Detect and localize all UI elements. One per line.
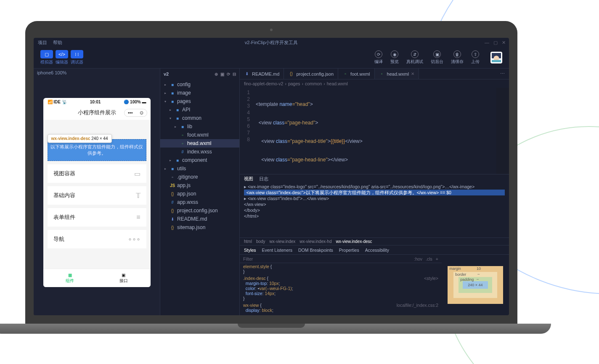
dom-tree[interactable]: ▸ <wx-image class="index-logo" src="../r… xyxy=(240,183,509,237)
tree-item[interactable]: ▸■utils xyxy=(160,164,239,173)
avatar[interactable] xyxy=(490,52,502,63)
upload-button[interactable]: ⇧上传 xyxy=(471,50,480,65)
collapse-all-icon[interactable]: ⊟ xyxy=(233,72,236,76)
list-item[interactable]: 导航∘∘∘ xyxy=(48,230,146,248)
inspector-size: 240 × 44 xyxy=(91,136,108,141)
remote-debug-button[interactable]: ⇵真机调试 xyxy=(406,50,423,65)
tree-item[interactable]: ▸■image xyxy=(160,89,239,97)
upload-icon: ⇧ xyxy=(472,50,479,58)
tab-event-listeners[interactable]: Event Listeners xyxy=(262,248,292,253)
minimap[interactable] xyxy=(496,88,509,174)
capsule-button[interactable]: ••• ⊙ xyxy=(124,109,147,117)
remote-icon: ⇵ xyxy=(411,50,419,58)
mode-simulator-button[interactable]: ▢ 模拟器 xyxy=(40,50,53,65)
tree-item[interactable]: #index.wxss xyxy=(160,148,239,156)
device-icon: ▢ xyxy=(40,50,53,58)
styles-filter-input[interactable]: Filter xyxy=(243,256,253,261)
breadcrumb-chain: html body wx-view.index wx-view.index-hd… xyxy=(240,237,509,245)
clear-cache-button[interactable]: 🗑清缓存 xyxy=(451,50,464,65)
new-rule-button[interactable]: + xyxy=(436,256,438,261)
phone-navbar: 小程序组件展示 ••• ⊙ xyxy=(43,106,151,120)
editor-tab[interactable]: ⬇README.md xyxy=(240,69,284,79)
phone-frame: 📶 IDE 📡 10:01 🔵 100% ▬ 小程序组件展示 ••• ⊙ xyxy=(43,98,151,287)
devtools-tab-wxml[interactable]: 视图 xyxy=(244,174,253,183)
editor-tab[interactable]: ▫foot.wxml xyxy=(338,69,374,79)
editor-tabs: ⬇README.md{}project.config.json▫foot.wxm… xyxy=(240,69,509,79)
webcam-dot xyxy=(270,29,273,31)
tab-accessibility[interactable]: Accessibility xyxy=(365,248,389,253)
tab-component[interactable]: ▦组件 xyxy=(43,269,97,287)
capsule-more-icon[interactable]: ••• xyxy=(125,109,136,116)
cls-toggle[interactable]: .cls xyxy=(426,256,432,261)
tree-item[interactable]: {}sitemap.json xyxy=(160,223,239,232)
tree-item[interactable]: ⬇README.md xyxy=(160,215,239,223)
close-tab-icon[interactable]: ✕ xyxy=(411,71,414,76)
menubar: 项目 帮助 v2-FinClip小程序开发工具 — ▢ ✕ xyxy=(34,38,509,47)
refresh-tree-icon[interactable]: ⟳ xyxy=(227,72,230,76)
tree-item[interactable]: {}app.json xyxy=(160,190,239,198)
simulator-device-label: iphone6 100% xyxy=(34,69,160,77)
tree-item[interactable]: JSapp.js xyxy=(160,181,239,190)
tree-item[interactable]: ▫head.wxml xyxy=(160,139,239,148)
tree-item[interactable]: ▾■common xyxy=(160,114,239,122)
status-battery: 🔵 100% ▬ xyxy=(124,100,146,104)
css-rules[interactable]: element.style {} .index-desc {<style> ma… xyxy=(240,263,442,315)
tab-styles[interactable]: Styles xyxy=(244,248,256,253)
devtools-tab-log[interactable]: 日志 xyxy=(259,174,268,183)
editor-tab[interactable]: ▫head.wxml✕ xyxy=(375,69,419,79)
file-tree-panel: v2 ⊕ ▣ ⟳ ⊟ ▸■config▸■image▾■pages▸■API▾■… xyxy=(160,69,240,315)
tree-item[interactable]: ▸■API xyxy=(160,106,239,114)
mode-editor-button[interactable]: </> 编辑器 xyxy=(56,50,68,65)
list-item[interactable]: 基础内容𝕋 xyxy=(48,186,146,205)
tree-item[interactable]: ▫.gitignore xyxy=(160,173,239,181)
tree-item[interactable]: ▸■component xyxy=(160,156,239,164)
editor-tab[interactable]: {}project.config.json xyxy=(284,69,338,79)
tab-dom-breakpoints[interactable]: DOM Breakpoints xyxy=(298,248,333,253)
tab-api[interactable]: ▣接口 xyxy=(97,269,151,287)
code-icon: </> xyxy=(56,50,68,58)
inspector-selector: wx-view.index-desc xyxy=(51,136,90,141)
user-avatar-icon xyxy=(492,53,501,62)
simulator-panel: iphone6 100% 📶 IDE 📡 10:01 🔵 100% ▬ 小程序组… xyxy=(34,69,160,315)
svg-rect-2 xyxy=(492,60,501,63)
tree-item[interactable]: #app.wxss xyxy=(160,198,239,206)
list-item[interactable]: 表单组件≡ xyxy=(48,208,146,227)
background-button[interactable]: ▣切后台 xyxy=(431,50,443,65)
status-time: 10:01 xyxy=(90,100,101,104)
tree-item[interactable]: ▸■config xyxy=(160,80,239,89)
window-close-icon[interactable]: ✕ xyxy=(502,40,506,45)
toolbar: ▢ 模拟器 </> 编辑器 ⫶⫶ 调试器 ⟳编译 ◉预览 ⇵真机调试 xyxy=(34,47,509,68)
menu-project[interactable]: 项目 xyxy=(38,40,47,46)
menu-help[interactable]: 帮助 xyxy=(53,40,62,46)
capsule-close-icon[interactable]: ⊙ xyxy=(136,109,147,116)
hov-toggle[interactable]: :hov xyxy=(414,256,422,261)
eye-icon: ◉ xyxy=(391,50,398,58)
trash-icon: 🗑 xyxy=(453,50,461,58)
project-root[interactable]: v2 xyxy=(164,71,169,76)
list-item[interactable]: 视图容器▭ xyxy=(48,164,146,183)
tree-item[interactable]: {}project.config.json xyxy=(160,206,239,215)
code-editor[interactable]: 12345678 <template name="head"> <view cl… xyxy=(240,88,509,174)
tree-item[interactable]: ▾■pages xyxy=(160,97,239,106)
box-model: margin10 border– padding– 240 × 44 xyxy=(442,255,509,315)
new-file-icon[interactable]: ⊕ xyxy=(215,72,218,76)
tab-properties[interactable]: Properties xyxy=(339,248,359,253)
window-min-icon[interactable]: — xyxy=(485,40,489,45)
phone-statusbar: 📶 IDE 📡 10:01 🔵 100% ▬ xyxy=(43,98,151,106)
tree-item[interactable]: ▫foot.wxml xyxy=(160,131,239,139)
window-max-icon[interactable]: ▢ xyxy=(493,40,498,45)
text-icon: 𝕋 xyxy=(136,192,140,200)
preview-button[interactable]: ◉预览 xyxy=(390,50,399,65)
inspector-tooltip: wx-view.index-desc 240 × 44 xyxy=(48,134,112,143)
breadcrumb: fino-applet-demo-v2› pages› common› head… xyxy=(240,79,509,88)
background-icon: ▣ xyxy=(433,50,441,58)
page-title: 小程序组件展示 xyxy=(78,109,116,116)
compile-button[interactable]: ⟳编译 xyxy=(374,50,383,65)
laptop-frame: 项目 帮助 v2-FinClip小程序开发工具 — ▢ ✕ ▢ 模拟器 xyxy=(25,21,517,334)
mode-debugger-button[interactable]: ⫶⫶ 调试器 xyxy=(71,50,83,65)
more-tabs-button[interactable]: ⋯ xyxy=(496,69,509,79)
debug-icon: ⫶⫶ xyxy=(71,50,83,58)
new-folder-icon[interactable]: ▣ xyxy=(220,72,224,76)
tree-item[interactable]: ▸■lib xyxy=(160,122,239,131)
grid-icon: ▦ xyxy=(68,273,72,277)
